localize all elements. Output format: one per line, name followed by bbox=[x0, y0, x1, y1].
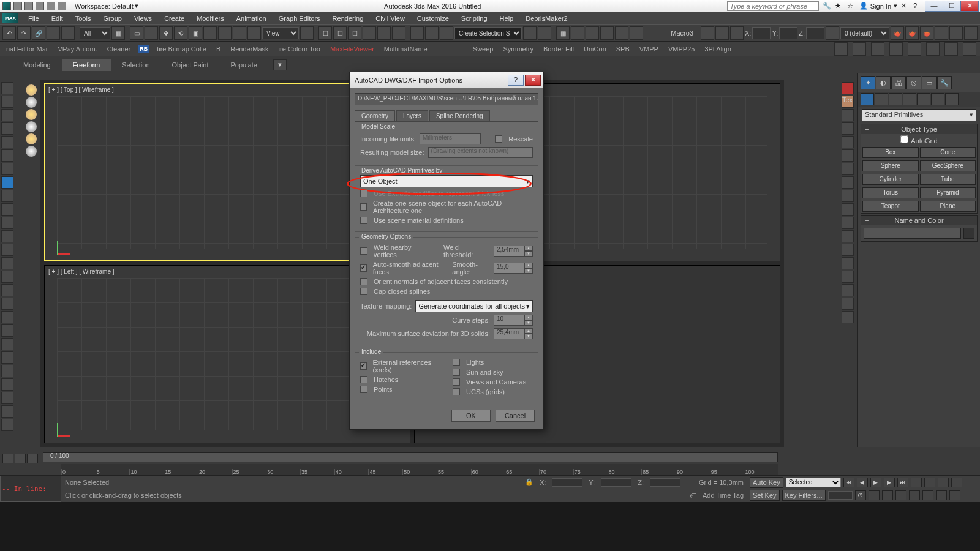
tool-item[interactable]: Border Fill bbox=[541, 45, 576, 53]
tb-icon[interactable] bbox=[935, 26, 948, 40]
rt-icon[interactable] bbox=[842, 298, 854, 310]
spinner-up-icon[interactable]: ▲ bbox=[524, 328, 533, 334]
infocenter-icon[interactable]: 🔧 bbox=[823, 2, 831, 10]
smooth-angle-input[interactable]: 15,0 bbox=[494, 263, 524, 274]
close-button[interactable]: ✕ bbox=[960, 1, 979, 12]
cancel-button[interactable]: Cancel bbox=[496, 410, 535, 422]
rt-icon[interactable] bbox=[842, 149, 854, 162]
menu-views[interactable]: Views bbox=[128, 13, 158, 23]
rt-icon[interactable]: Tex bbox=[842, 96, 854, 108]
tool-item[interactable]: VMPP25 bbox=[666, 45, 697, 53]
tb-icon[interactable] bbox=[145, 26, 158, 40]
light-icon[interactable] bbox=[26, 109, 37, 120]
star-icon[interactable]: ☆ bbox=[847, 2, 856, 10]
cone-button[interactable]: Cone bbox=[920, 147, 976, 158]
tb-icon[interactable] bbox=[218, 26, 232, 40]
lights-checkbox[interactable] bbox=[453, 359, 460, 366]
cameras-icon[interactable] bbox=[903, 93, 916, 105]
tb-icon[interactable] bbox=[926, 42, 940, 56]
tb-icon[interactable] bbox=[949, 26, 963, 40]
y-input[interactable] bbox=[779, 27, 797, 39]
rt-icon[interactable] bbox=[842, 244, 854, 256]
tool-item[interactable]: MaxFileViewer bbox=[328, 45, 377, 53]
extrude-checkbox[interactable] bbox=[360, 190, 368, 197]
tb-icon[interactable] bbox=[871, 42, 884, 56]
torus-button[interactable]: Torus bbox=[862, 187, 919, 198]
minimize-button[interactable]: — bbox=[925, 1, 943, 12]
tb-icon[interactable]: ▦ bbox=[111, 26, 125, 40]
maximize-button[interactable]: ☐ bbox=[943, 1, 961, 12]
rt-icon[interactable] bbox=[842, 230, 854, 242]
dialog-close-button[interactable]: ✕ bbox=[525, 75, 541, 86]
render-icon[interactable]: 🫖 bbox=[905, 26, 919, 40]
max-logo[interactable]: MAX bbox=[2, 13, 18, 23]
light-icon[interactable] bbox=[26, 121, 37, 132]
left-tool-icon[interactable] bbox=[1, 244, 13, 256]
left-tool-icon[interactable] bbox=[1, 109, 13, 121]
tb-icon[interactable] bbox=[440, 26, 453, 40]
tb-icon[interactable]: ☐ bbox=[318, 26, 332, 40]
search-input[interactable] bbox=[727, 1, 819, 11]
tb-icon[interactable] bbox=[425, 26, 439, 40]
views-checkbox[interactable] bbox=[453, 378, 460, 386]
next-frame-icon[interactable]: ▶ bbox=[884, 478, 895, 487]
left-tool-icon[interactable] bbox=[1, 338, 13, 350]
curve-steps-input[interactable]: 10 bbox=[494, 315, 524, 326]
units-dropdown[interactable]: Millimeters bbox=[420, 133, 481, 144]
pyramid-button[interactable]: Pyramid bbox=[920, 187, 976, 198]
select-icon[interactable]: ▭ bbox=[130, 26, 143, 40]
rb-icon[interactable]: RB bbox=[138, 45, 149, 53]
menu-customize[interactable]: Customize bbox=[411, 13, 455, 23]
ok-button[interactable]: OK bbox=[451, 410, 491, 422]
autosmooth-checkbox[interactable] bbox=[360, 264, 367, 272]
spinner-down-icon[interactable]: ▼ bbox=[524, 334, 533, 339]
spinner-up-icon[interactable]: ▲ bbox=[524, 263, 533, 268]
help-icon[interactable]: ? bbox=[913, 2, 922, 10]
rt-icon[interactable] bbox=[842, 136, 854, 148]
tb-icon[interactable] bbox=[944, 42, 958, 56]
ribbon-selection[interactable]: Selection bbox=[111, 59, 160, 71]
left-tool-icon[interactable] bbox=[1, 203, 13, 216]
ribbon-expand-icon[interactable]: ▾ bbox=[273, 59, 287, 70]
left-tool-icon[interactable] bbox=[1, 419, 13, 431]
tool-item[interactable]: 3Pt Align bbox=[702, 45, 733, 53]
tb-icon[interactable] bbox=[233, 26, 246, 40]
left-tool-icon[interactable] bbox=[1, 190, 13, 202]
tb-icon[interactable] bbox=[826, 26, 839, 40]
nav-icon[interactable] bbox=[938, 478, 949, 487]
iso-dd[interactable]: 0 (default) bbox=[840, 27, 889, 39]
left-tool-icon[interactable] bbox=[1, 82, 13, 94]
sun-checkbox[interactable] bbox=[453, 369, 460, 376]
tb-icon[interactable] bbox=[889, 42, 903, 56]
tb-icon[interactable] bbox=[630, 26, 643, 40]
tb-icon[interactable] bbox=[963, 42, 976, 56]
menu-debrismaker[interactable]: DebrisMaker2 bbox=[519, 13, 573, 23]
lights-icon[interactable] bbox=[889, 93, 902, 105]
render-icon[interactable]: 🫖 bbox=[920, 26, 933, 40]
tb-icon[interactable]: ▦ bbox=[556, 26, 570, 40]
derive-dropdown[interactable]: One Object▾ bbox=[360, 175, 533, 187]
oneobj-checkbox[interactable] bbox=[360, 203, 367, 211]
viewport-label[interactable]: [ + ] [ Left ] [ Wireframe ] bbox=[48, 268, 115, 275]
file-path-field[interactable]: D:\NEW_PROJECT\MAXIMUS\scen…\LR\05 Выбра… bbox=[355, 93, 538, 105]
tool-item[interactable]: UniCon bbox=[581, 45, 609, 53]
rollout-title[interactable]: Object Type bbox=[861, 124, 977, 134]
tb-icon[interactable]: ↷ bbox=[17, 26, 31, 40]
qa-icon[interactable] bbox=[58, 2, 66, 10]
tb-icon[interactable] bbox=[538, 26, 551, 40]
selection-filter[interactable]: All bbox=[80, 27, 110, 39]
coord-y[interactable] bbox=[601, 478, 631, 487]
light-icon[interactable] bbox=[26, 146, 37, 157]
viewport-label[interactable]: [ + ] [ Top ] [ Wireframe ] bbox=[48, 86, 114, 93]
left-tool-icon[interactable] bbox=[1, 351, 13, 364]
ribbon-populate[interactable]: Populate bbox=[219, 59, 268, 71]
left-tool-icon[interactable] bbox=[1, 217, 13, 229]
display-tab-icon[interactable]: ▭ bbox=[922, 76, 937, 89]
menu-rendering[interactable]: Rendering bbox=[326, 13, 370, 23]
rollout-title[interactable]: Name and Color bbox=[861, 216, 977, 225]
track-icon[interactable] bbox=[2, 454, 13, 463]
create-tab-icon[interactable]: ✦ bbox=[861, 76, 875, 89]
nav-icon[interactable] bbox=[909, 490, 920, 500]
tool-item[interactable]: Symmetry bbox=[500, 45, 536, 53]
tb-icon[interactable] bbox=[523, 26, 537, 40]
